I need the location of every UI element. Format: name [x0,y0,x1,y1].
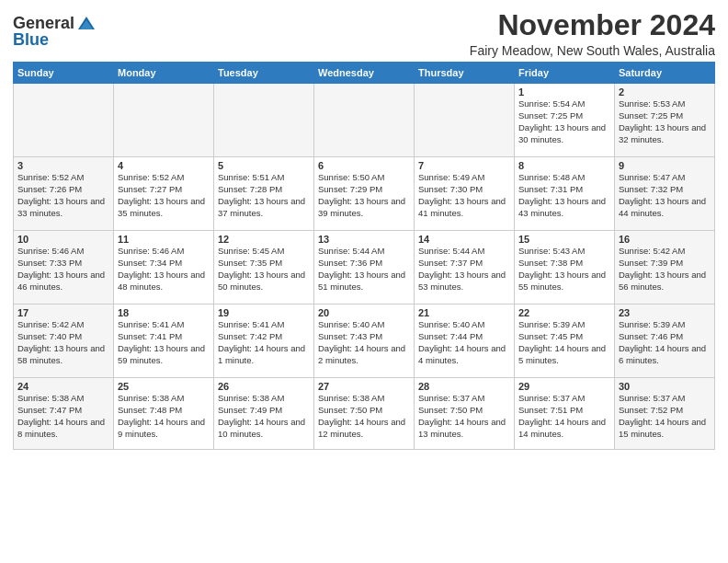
day-info: Sunrise: 5:38 AMSunset: 7:50 PMDaylight:… [318,393,410,440]
title-area: November 2024 Fairy Meadow, New South Wa… [470,9,715,58]
day-info: Sunrise: 5:44 AMSunset: 7:36 PMDaylight:… [318,246,410,293]
cell-w2-d4: 14Sunrise: 5:44 AMSunset: 7:37 PMDayligh… [415,231,515,304]
logo-icon [76,13,97,33]
cell-w1-d1: 4Sunrise: 5:52 AMSunset: 7:27 PMDaylight… [114,157,214,231]
cell-w1-d0: 3Sunrise: 5:52 AMSunset: 7:26 PMDaylight… [14,157,114,231]
logo-general: General [13,15,74,31]
day-number: 17 [17,307,109,318]
cell-w3-d6: 23Sunrise: 5:39 AMSunset: 7:46 PMDayligh… [615,304,715,378]
day-info: Sunrise: 5:39 AMSunset: 7:45 PMDaylight:… [518,319,610,366]
day-info: Sunrise: 5:47 AMSunset: 7:32 PMDaylight:… [619,172,711,219]
day-info: Sunrise: 5:42 AMSunset: 7:40 PMDaylight:… [17,319,109,366]
day-number: 12 [218,234,310,245]
day-info: Sunrise: 5:44 AMSunset: 7:37 PMDaylight:… [418,246,510,293]
day-info: Sunrise: 5:40 AMSunset: 7:44 PMDaylight:… [418,319,510,366]
cell-w4-d4: 28Sunrise: 5:37 AMSunset: 7:50 PMDayligh… [415,378,515,450]
day-number: 8 [518,160,610,171]
week-row-3: 17Sunrise: 5:42 AMSunset: 7:40 PMDayligh… [14,304,715,378]
cell-w0-d1 [114,84,214,157]
day-info: Sunrise: 5:38 AMSunset: 7:48 PMDaylight:… [118,393,210,440]
cell-w0-d4 [415,84,515,157]
day-number: 4 [118,160,210,171]
cell-w0-d2 [214,84,314,157]
day-info: Sunrise: 5:37 AMSunset: 7:52 PMDaylight:… [619,393,711,440]
day-info: Sunrise: 5:43 AMSunset: 7:38 PMDaylight:… [518,246,610,293]
day-number: 6 [318,160,410,171]
day-number: 1 [518,86,610,98]
day-number: 7 [418,160,510,171]
day-info: Sunrise: 5:37 AMSunset: 7:50 PMDaylight:… [418,393,510,440]
cell-w3-d5: 22Sunrise: 5:39 AMSunset: 7:45 PMDayligh… [515,304,615,378]
week-row-4: 24Sunrise: 5:38 AMSunset: 7:47 PMDayligh… [14,378,715,450]
day-info: Sunrise: 5:50 AMSunset: 7:29 PMDaylight:… [318,172,410,219]
col-friday: Friday [515,63,615,84]
day-info: Sunrise: 5:40 AMSunset: 7:43 PMDaylight:… [318,319,410,366]
header-row: Sunday Monday Tuesday Wednesday Thursday… [14,63,715,84]
day-number: 13 [318,234,410,245]
day-number: 24 [17,381,109,392]
cell-w1-d2: 5Sunrise: 5:51 AMSunset: 7:28 PMDaylight… [214,157,314,231]
day-number: 15 [518,234,610,245]
day-info: Sunrise: 5:41 AMSunset: 7:42 PMDaylight:… [218,319,310,366]
cell-w2-d5: 15Sunrise: 5:43 AMSunset: 7:38 PMDayligh… [515,231,615,304]
day-number: 11 [118,234,210,245]
day-number: 2 [619,86,711,98]
cell-w4-d5: 29Sunrise: 5:37 AMSunset: 7:51 PMDayligh… [515,378,615,450]
day-number: 30 [619,381,711,392]
day-info: Sunrise: 5:46 AMSunset: 7:34 PMDaylight:… [118,246,210,293]
logo-blue: Blue [13,31,49,48]
cell-w4-d2: 26Sunrise: 5:38 AMSunset: 7:49 PMDayligh… [214,378,314,450]
day-number: 18 [118,307,210,318]
day-info: Sunrise: 5:45 AMSunset: 7:35 PMDaylight:… [218,246,310,293]
cell-w3-d4: 21Sunrise: 5:40 AMSunset: 7:44 PMDayligh… [415,304,515,378]
month-title: November 2024 [470,9,715,41]
cell-w2-d0: 10Sunrise: 5:46 AMSunset: 7:33 PMDayligh… [14,231,114,304]
cell-w2-d2: 12Sunrise: 5:45 AMSunset: 7:35 PMDayligh… [214,231,314,304]
day-info: Sunrise: 5:39 AMSunset: 7:46 PMDaylight:… [619,319,711,366]
day-number: 25 [118,381,210,392]
cell-w3-d0: 17Sunrise: 5:42 AMSunset: 7:40 PMDayligh… [14,304,114,378]
cell-w2-d1: 11Sunrise: 5:46 AMSunset: 7:34 PMDayligh… [114,231,214,304]
cell-w1-d6: 9Sunrise: 5:47 AMSunset: 7:32 PMDaylight… [615,157,715,231]
cell-w4-d6: 30Sunrise: 5:37 AMSunset: 7:52 PMDayligh… [615,378,715,450]
cell-w0-d3 [314,84,415,157]
cell-w4-d0: 24Sunrise: 5:38 AMSunset: 7:47 PMDayligh… [14,378,114,450]
cell-w4-d3: 27Sunrise: 5:38 AMSunset: 7:50 PMDayligh… [314,378,415,450]
week-row-1: 3Sunrise: 5:52 AMSunset: 7:26 PMDaylight… [14,157,715,231]
header: General Blue November 2024 Fairy Meadow,… [13,9,715,58]
calendar-container: General Blue November 2024 Fairy Meadow,… [0,0,728,457]
day-info: Sunrise: 5:48 AMSunset: 7:31 PMDaylight:… [518,172,610,219]
calendar-table: Sunday Monday Tuesday Wednesday Thursday… [13,62,715,450]
day-number: 3 [17,160,109,171]
day-number: 10 [17,234,109,245]
day-info: Sunrise: 5:52 AMSunset: 7:27 PMDaylight:… [118,172,210,219]
week-row-2: 10Sunrise: 5:46 AMSunset: 7:33 PMDayligh… [14,231,715,304]
cell-w1-d4: 7Sunrise: 5:49 AMSunset: 7:30 PMDaylight… [415,157,515,231]
day-info: Sunrise: 5:42 AMSunset: 7:39 PMDaylight:… [619,246,711,293]
cell-w3-d1: 18Sunrise: 5:41 AMSunset: 7:41 PMDayligh… [114,304,214,378]
logo: General Blue [13,13,97,48]
day-info: Sunrise: 5:38 AMSunset: 7:47 PMDaylight:… [17,393,109,440]
col-wednesday: Wednesday [314,63,415,84]
cell-w0-d6: 2Sunrise: 5:53 AMSunset: 7:25 PMDaylight… [615,84,715,157]
day-number: 26 [218,381,310,392]
day-info: Sunrise: 5:54 AMSunset: 7:25 PMDaylight:… [518,98,610,145]
day-number: 5 [218,160,310,171]
day-number: 22 [518,307,610,318]
cell-w1-d3: 6Sunrise: 5:50 AMSunset: 7:29 PMDaylight… [314,157,415,231]
day-number: 28 [418,381,510,392]
day-number: 29 [518,381,610,392]
cell-w3-d3: 20Sunrise: 5:40 AMSunset: 7:43 PMDayligh… [314,304,415,378]
day-info: Sunrise: 5:53 AMSunset: 7:25 PMDaylight:… [619,98,711,145]
day-number: 23 [619,307,711,318]
col-saturday: Saturday [615,63,715,84]
day-number: 16 [619,234,711,245]
cell-w0-d5: 1Sunrise: 5:54 AMSunset: 7:25 PMDaylight… [515,84,615,157]
day-info: Sunrise: 5:52 AMSunset: 7:26 PMDaylight:… [17,172,109,219]
day-info: Sunrise: 5:41 AMSunset: 7:41 PMDaylight:… [118,319,210,366]
day-info: Sunrise: 5:51 AMSunset: 7:28 PMDaylight:… [218,172,310,219]
day-info: Sunrise: 5:46 AMSunset: 7:33 PMDaylight:… [17,246,109,293]
location-title: Fairy Meadow, New South Wales, Australia [470,43,715,58]
week-row-0: 1Sunrise: 5:54 AMSunset: 7:25 PMDaylight… [14,84,715,157]
day-number: 9 [619,160,711,171]
